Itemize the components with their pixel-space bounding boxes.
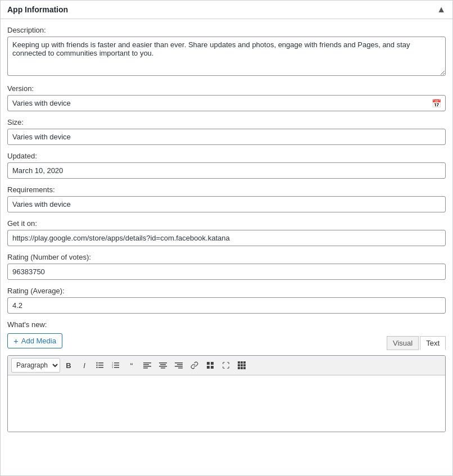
svg-rect-30 [243, 361, 246, 364]
size-input[interactable] [7, 129, 446, 145]
requirements-label: Requirements: [7, 185, 446, 194]
editor-area: Paragraph B I 1 2 [7, 355, 446, 432]
updated-input[interactable] [7, 162, 446, 179]
whats-new-label: What's new: [7, 320, 446, 329]
kitchen-sink-button[interactable] [234, 358, 249, 373]
svg-rect-0 [98, 362, 103, 364]
fullscreen-button[interactable] [219, 358, 233, 373]
get-it-on-input[interactable] [7, 230, 446, 246]
tab-text[interactable]: Text [420, 336, 446, 350]
svg-rect-19 [161, 368, 165, 369]
version-input[interactable] [7, 95, 446, 111]
description-field-group: Description: Keeping up with friends is … [7, 26, 446, 78]
get-it-on-field-group: Get it on: [7, 219, 446, 246]
svg-rect-32 [241, 364, 243, 366]
paragraph-select[interactable]: Paragraph [11, 358, 60, 373]
svg-rect-33 [243, 364, 246, 366]
requirements-input[interactable] [7, 196, 446, 212]
ul-icon [96, 361, 104, 369]
italic-button[interactable]: I [77, 358, 92, 373]
tab-visual[interactable]: Visual [387, 336, 419, 350]
version-label: Version: [7, 84, 446, 93]
svg-rect-35 [241, 367, 243, 369]
svg-rect-1 [98, 365, 103, 366]
svg-rect-27 [211, 366, 214, 369]
svg-rect-6 [114, 362, 119, 364]
more-button[interactable] [203, 358, 218, 373]
version-field-group: Version: 📅 [7, 84, 446, 111]
collapse-icon[interactable]: ▲ [437, 5, 446, 14]
requirements-field-group: Requirements: [7, 185, 446, 212]
svg-point-4 [96, 365, 97, 366]
description-textarea[interactable]: Keeping up with friends is faster and ea… [7, 37, 446, 76]
panel-body: Description: Keeping up with friends is … [1, 19, 452, 443]
add-media-button[interactable]: + Add Media [7, 333, 62, 348]
svg-rect-25 [211, 362, 214, 365]
panel-title: App Information [7, 5, 68, 14]
svg-rect-2 [98, 367, 103, 368]
add-media-label: Add Media [21, 337, 56, 345]
size-field-group: Size: [7, 118, 446, 145]
svg-rect-21 [177, 364, 183, 365]
svg-point-3 [96, 362, 97, 364]
editor-content[interactable] [8, 375, 445, 432]
svg-rect-14 [143, 366, 151, 367]
panel-header: App Information ▲ [1, 1, 452, 19]
svg-rect-36 [243, 367, 246, 369]
blockquote-button[interactable]: “ [124, 358, 139, 373]
svg-text:3: 3 [112, 366, 114, 369]
rating-votes-label: Rating (Number of votes): [7, 253, 446, 261]
svg-rect-23 [178, 368, 183, 369]
more-icon [206, 361, 214, 369]
ol-icon: 1 2 3 [112, 361, 120, 369]
align-left-button[interactable] [140, 358, 155, 373]
svg-rect-12 [143, 362, 151, 364]
svg-rect-22 [175, 366, 183, 367]
svg-rect-17 [160, 364, 166, 365]
updated-label: Updated: [7, 152, 446, 160]
link-icon [191, 361, 198, 369]
svg-rect-28 [238, 361, 240, 364]
unordered-list-button[interactable] [93, 358, 107, 373]
editor-tab-buttons: Visual Text [386, 336, 446, 350]
get-it-on-label: Get it on: [7, 219, 446, 228]
rating-votes-input[interactable] [7, 264, 446, 280]
calendar-icon: 📅 [432, 99, 441, 108]
svg-rect-26 [207, 366, 210, 369]
add-media-icon: + [13, 336, 19, 346]
svg-rect-13 [143, 364, 149, 365]
svg-rect-7 [114, 365, 119, 366]
size-label: Size: [7, 118, 446, 126]
rating-average-label: Rating (Average): [7, 287, 446, 295]
svg-rect-16 [159, 362, 167, 364]
editor-toolbar: Paragraph B I 1 2 [8, 356, 445, 375]
align-right-icon [175, 361, 183, 369]
svg-rect-20 [175, 362, 183, 364]
align-right-button[interactable] [171, 358, 186, 373]
ordered-list-button[interactable]: 1 2 3 [108, 358, 123, 373]
bold-button[interactable]: B [61, 358, 76, 373]
svg-rect-29 [241, 361, 243, 364]
description-label: Description: [7, 26, 446, 34]
align-left-icon [143, 361, 151, 369]
svg-rect-34 [238, 367, 240, 369]
link-button[interactable] [187, 358, 202, 373]
updated-field-group: Updated: [7, 152, 446, 179]
rating-average-input[interactable] [7, 297, 446, 314]
svg-rect-15 [143, 368, 148, 369]
svg-point-5 [96, 367, 97, 368]
rating-votes-field-group: Rating (Number of votes): [7, 253, 446, 280]
align-center-icon [159, 361, 167, 369]
app-information-panel: App Information ▲ Description: Keeping u… [0, 0, 453, 476]
editor-top-row: + Add Media Visual Text [7, 333, 446, 353]
svg-rect-8 [114, 367, 119, 368]
svg-rect-31 [238, 364, 240, 366]
fullscreen-icon [222, 361, 230, 369]
whats-new-section: What's new: + Add Media Visual Text Para… [7, 320, 446, 432]
rating-average-field-group: Rating (Average): [7, 287, 446, 314]
svg-rect-18 [159, 366, 167, 367]
version-input-wrapper: 📅 [7, 95, 446, 111]
svg-rect-24 [207, 362, 210, 365]
kitchen-sink-icon [238, 361, 246, 369]
align-center-button[interactable] [156, 358, 170, 373]
